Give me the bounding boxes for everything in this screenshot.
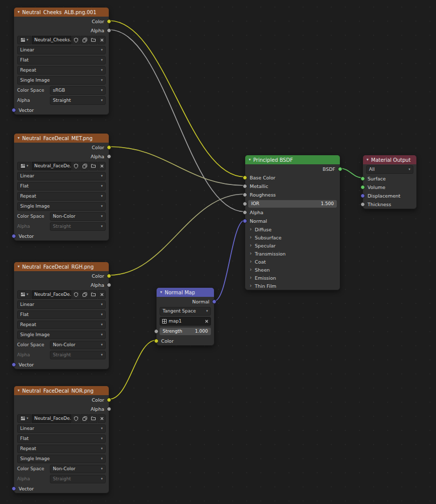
socket-alpha-output[interactable]: [107, 28, 111, 33]
socket-alpha-output[interactable]: [107, 407, 111, 411]
color-space-select[interactable]: sRGB▾: [50, 86, 106, 95]
uv-map-field[interactable]: map1: [160, 317, 211, 326]
collapse-chevron-icon[interactable]: ▾: [160, 290, 162, 294]
pack-image-icon[interactable]: [89, 162, 97, 170]
fake-user-icon[interactable]: [72, 414, 80, 423]
collapse-chevron-icon[interactable]: ▾: [18, 10, 20, 14]
wire-rgh-color-to-roughness[interactable]: [109, 194, 245, 275]
image-name-field[interactable]: Neutral_FaceDe...: [32, 290, 71, 299]
source-select[interactable]: Single Image▾: [17, 202, 106, 211]
socket-vector-input[interactable]: [12, 486, 16, 491]
image-name-field[interactable]: Neutral_FaceDe...: [32, 414, 71, 423]
color-space-select[interactable]: Non-Color▾: [50, 465, 106, 473]
duplicate-icon[interactable]: [81, 414, 89, 423]
node-header[interactable]: ▾ Normal Map: [157, 288, 214, 297]
extension-select[interactable]: Repeat▾: [17, 192, 106, 201]
socket-roughness-input[interactable]: [243, 193, 247, 197]
strength-slider[interactable]: Strength 1.000: [160, 328, 211, 335]
alpha-mode-select[interactable]: Straight▾: [50, 351, 106, 359]
socket-color-input[interactable]: [154, 339, 159, 343]
target-select[interactable]: All▾: [366, 165, 413, 174]
collapse-chevron-icon[interactable]: ▾: [249, 158, 251, 162]
collapse-chevron-icon[interactable]: ▾: [18, 136, 20, 140]
fake-user-icon[interactable]: [72, 290, 80, 299]
image-browse-button[interactable]: ▾: [17, 414, 31, 423]
color-space-select[interactable]: Non-Color▾: [50, 341, 106, 349]
panel-diffuse[interactable]: ›Diffuse: [245, 225, 340, 233]
wire-bsdf-to-surface[interactable]: [340, 168, 362, 178]
wire-normalmap-to-bsdf-normal[interactable]: [214, 220, 245, 301]
socket-base-color-input[interactable]: [243, 175, 247, 180]
node-image-texture-nor[interactable]: ▾ Neutral_FaceDecal_NOR.png Color Alpha …: [14, 386, 109, 493]
wire-alb-color-to-base-color[interactable]: [109, 21, 245, 177]
node-normal-map[interactable]: ▾ Normal Map Normal Tangent Space▾ map1 …: [156, 287, 214, 346]
socket-vector-input[interactable]: [12, 234, 16, 238]
node-image-texture-met[interactable]: ▾ Neutral_FaceDecal_MET.png Color Alpha …: [14, 133, 109, 241]
socket-color-output[interactable]: [107, 19, 111, 24]
socket-thickness-input[interactable]: [360, 202, 365, 207]
source-select[interactable]: Single Image▾: [17, 455, 106, 463]
space-select[interactable]: Tangent Space▾: [160, 307, 211, 316]
node-header[interactable]: ▾ Neutral_FaceDecal_NOR.png: [14, 386, 109, 395]
color-space-select[interactable]: Non-Color▾: [50, 212, 106, 221]
alpha-mode-select[interactable]: Straight▾: [50, 222, 106, 231]
socket-strength-input[interactable]: [154, 329, 159, 334]
duplicate-icon[interactable]: [81, 290, 89, 299]
socket-displacement-input[interactable]: [360, 194, 365, 198]
pack-image-icon[interactable]: [89, 414, 97, 423]
socket-metallic-input[interactable]: [243, 184, 247, 188]
socket-alpha-input[interactable]: [243, 210, 247, 215]
duplicate-icon[interactable]: [81, 36, 89, 44]
collapse-chevron-icon[interactable]: ▾: [18, 389, 20, 393]
alpha-mode-select[interactable]: Straight▾: [50, 96, 106, 105]
unlink-icon[interactable]: [98, 36, 106, 44]
node-image-texture-alb[interactable]: ▾ Neutral_Cheeks_ALB.png.001 Color Alpha…: [14, 7, 109, 115]
socket-normal-output[interactable]: [212, 299, 216, 304]
wire-met-color-to-metallic[interactable]: [109, 147, 245, 185]
collapse-chevron-icon[interactable]: ▾: [18, 265, 20, 269]
image-browse-button[interactable]: ▾: [17, 162, 31, 170]
extension-select[interactable]: Repeat▾: [17, 66, 106, 75]
projection-select[interactable]: Flat▾: [17, 310, 106, 319]
fake-user-icon[interactable]: [72, 36, 80, 44]
socket-surface-input[interactable]: [360, 176, 365, 181]
node-principled-bsdf[interactable]: ▾ Principled BSDF BSDF Base Color Metall…: [245, 155, 340, 290]
collapse-chevron-icon[interactable]: ▾: [367, 158, 369, 162]
socket-normal-input[interactable]: [243, 219, 247, 223]
projection-select[interactable]: Flat▾: [17, 434, 106, 443]
source-select[interactable]: Single Image▾: [17, 76, 106, 85]
projection-select[interactable]: Flat▾: [17, 182, 106, 191]
socket-vector-input[interactable]: [12, 108, 16, 112]
image-name-field[interactable]: Neutral_FaceDe...: [32, 162, 71, 170]
image-browse-button[interactable]: ▾: [17, 36, 31, 44]
socket-alpha-output[interactable]: [107, 283, 111, 287]
socket-ior-input[interactable]: [243, 202, 247, 206]
ior-slider[interactable]: IOR 1.500: [248, 200, 337, 208]
alpha-mode-select[interactable]: Straight▾: [50, 475, 106, 483]
duplicate-icon[interactable]: [81, 162, 89, 170]
node-header[interactable]: ▾ Neutral_Cheeks_ALB.png.001: [14, 8, 109, 17]
panel-transmission[interactable]: ›Transmission: [245, 249, 340, 258]
panel-emission[interactable]: ›Emission: [245, 274, 340, 282]
socket-vector-input[interactable]: [12, 362, 16, 367]
node-header[interactable]: ▾ Neutral_FaceDecal_MET.png: [14, 134, 109, 143]
interpolation-select[interactable]: Linear▾: [17, 300, 106, 309]
panel-thin-film[interactable]: ›Thin Film: [245, 282, 340, 290]
open-folder-icon[interactable]: [89, 36, 97, 44]
socket-color-output[interactable]: [107, 274, 111, 278]
panel-sheen[interactable]: ›Sheen: [245, 266, 340, 274]
interpolation-select[interactable]: Linear▾: [17, 172, 106, 180]
panel-coat[interactable]: ›Coat: [245, 258, 340, 266]
wire-nor-color-to-normalmap-color[interactable]: [109, 340, 156, 399]
extension-select[interactable]: Repeat▾: [17, 445, 106, 453]
source-select[interactable]: Single Image▾: [17, 331, 106, 339]
socket-color-output[interactable]: [107, 145, 111, 150]
interpolation-select[interactable]: Linear▾: [17, 424, 106, 433]
node-header[interactable]: ▾ Material Output: [363, 155, 416, 164]
socket-volume-input[interactable]: [360, 185, 365, 190]
node-image-texture-rgh[interactable]: ▾ Neutral_FaceDecal_RGH.png Color Alpha …: [14, 262, 109, 369]
node-header[interactable]: ▾ Principled BSDF: [245, 155, 340, 164]
socket-alpha-output[interactable]: [107, 154, 111, 159]
pack-image-icon[interactable]: [89, 290, 97, 299]
extension-select[interactable]: Repeat▾: [17, 321, 106, 329]
